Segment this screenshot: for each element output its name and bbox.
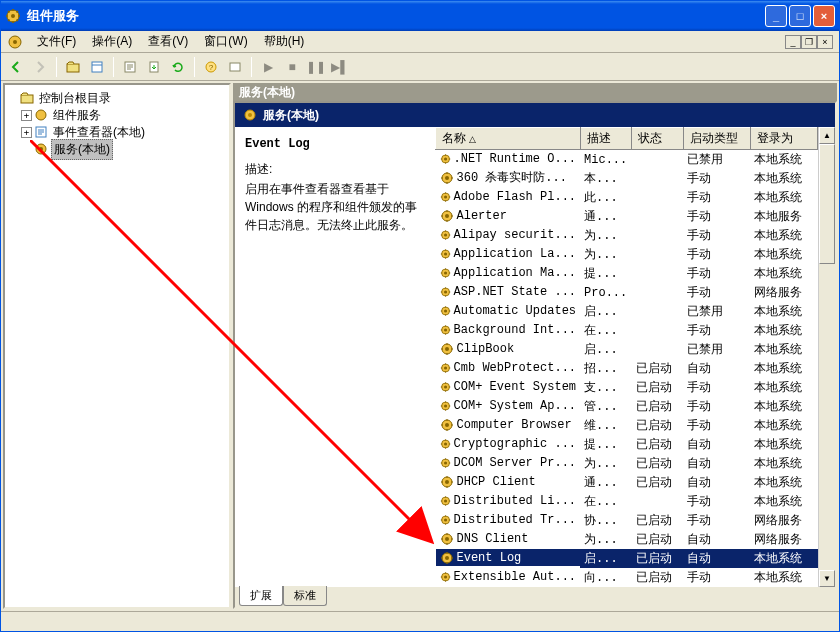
cell-desc: 在... — [580, 321, 632, 340]
table-row[interactable]: Distributed Li...在...手动本地系统 — [436, 492, 818, 511]
maximize-button[interactable]: □ — [789, 5, 811, 27]
back-button[interactable] — [5, 56, 27, 78]
table-row[interactable]: Alipay securit...为...手动本地系统 — [436, 226, 818, 245]
cell-logon: 本地系统 — [750, 378, 817, 397]
svg-rect-4 — [67, 64, 79, 72]
table-row[interactable]: Distributed Tr...协...已启动手动网络服务 — [436, 511, 818, 530]
table-row[interactable]: ASP.NET State ...Pro...手动网络服务 — [436, 283, 818, 302]
table-row[interactable]: Computer Browser维...已启动手动本地系统 — [436, 416, 818, 435]
cell-desc: Mic... — [580, 150, 632, 170]
table-row[interactable]: Adobe Flash Pl...此...手动本地系统 — [436, 188, 818, 207]
svg-point-44 — [443, 385, 446, 388]
cell-startup: 自动 — [683, 359, 750, 378]
cell-name: ClipBook — [436, 340, 581, 357]
properties-button[interactable] — [86, 56, 108, 78]
tab-extended[interactable]: 扩展 — [239, 586, 283, 606]
cell-name: ASP.NET State ... — [436, 283, 581, 300]
table-row[interactable]: Event Log启...已启动自动本地系统 — [436, 549, 818, 568]
cell-name: Distributed Tr... — [436, 511, 581, 528]
refresh-button[interactable] — [167, 56, 189, 78]
menu-help[interactable]: 帮助(H) — [256, 31, 313, 52]
cell-logon: 本地系统 — [750, 568, 817, 587]
mdi-restore[interactable]: ❐ — [801, 35, 817, 49]
mdi-close[interactable]: × — [817, 35, 833, 49]
col-logon[interactable]: 登录为 — [750, 128, 817, 150]
table-row[interactable]: COM+ Event System支...已启动手动本地系统 — [436, 378, 818, 397]
cell-name: Background Int... — [436, 321, 581, 338]
table-row[interactable]: Cryptographic ...提...已启动自动本地系统 — [436, 435, 818, 454]
tree-root[interactable]: 控制台根目录 — [7, 90, 227, 106]
console-icon — [7, 34, 23, 50]
cell-status: 已启动 — [632, 416, 684, 435]
tree-node-components[interactable]: + 组件服务 — [7, 107, 227, 123]
cell-name: COM+ Event System — [436, 378, 581, 395]
cell-status — [632, 492, 684, 511]
expander-icon[interactable]: + — [21, 127, 32, 138]
col-startup[interactable]: 启动类型 — [683, 128, 750, 150]
col-status[interactable]: 状态 — [632, 128, 684, 150]
minimize-button[interactable]: _ — [765, 5, 787, 27]
table-row[interactable]: DHCP Client通...已启动自动本地系统 — [436, 473, 818, 492]
cell-logon: 本地系统 — [750, 492, 817, 511]
tool-button-2[interactable] — [224, 56, 246, 78]
table-row[interactable]: DNS Client为...已启动自动网络服务 — [436, 530, 818, 549]
col-desc[interactable]: 描述 — [580, 128, 632, 150]
table-row[interactable]: Application La...为...手动本地系统 — [436, 245, 818, 264]
svg-point-52 — [443, 461, 446, 464]
table-row[interactable]: .NET Runtime O...Mic...已禁用本地系统 — [436, 150, 818, 170]
expander-icon[interactable]: + — [21, 110, 32, 121]
table-row[interactable]: Background Int...在...手动本地系统 — [436, 321, 818, 340]
mdi-minimize[interactable]: _ — [785, 35, 801, 49]
tree-node-services[interactable]: 服务(本地) — [7, 141, 227, 157]
cell-status: 已启动 — [632, 473, 684, 492]
menu-view[interactable]: 查看(V) — [140, 31, 196, 52]
menu-file[interactable]: 文件(F) — [29, 31, 84, 52]
cell-startup: 手动 — [683, 169, 750, 188]
tree-panel[interactable]: 控制台根目录 + 组件服务 + 事件查看器(本地) 服务(本地) — [3, 83, 231, 609]
help-button[interactable]: ? — [200, 56, 222, 78]
table-row[interactable]: COM+ System Ap...管...已启动手动本地系统 — [436, 397, 818, 416]
cell-name: Cryptographic ... — [436, 435, 581, 452]
col-name[interactable]: 名称 — [436, 128, 581, 150]
cell-desc: 通... — [580, 207, 632, 226]
service-description: 启用在事件查看器查看基于 Windows 的程序和组件颁发的事件日志消息。无法终… — [245, 180, 425, 234]
svg-point-28 — [443, 233, 446, 236]
cell-startup: 已禁用 — [683, 340, 750, 359]
cell-desc: 为... — [580, 530, 632, 549]
cell-status — [632, 188, 684, 207]
tree-node-eventviewer[interactable]: + 事件查看器(本地) — [7, 124, 227, 140]
scrollbar[interactable]: ▲ ▼ — [818, 127, 835, 587]
scroll-thumb[interactable] — [819, 144, 835, 264]
table-row[interactable]: DCOM Server Pr...为...已启动自动本地系统 — [436, 454, 818, 473]
cell-startup: 手动 — [683, 283, 750, 302]
scroll-down-button[interactable]: ▼ — [819, 570, 835, 587]
table-row[interactable]: ClipBook启...已禁用本地系统 — [436, 340, 818, 359]
forward-button — [29, 56, 51, 78]
cell-status — [632, 207, 684, 226]
export-button[interactable] — [143, 56, 165, 78]
cell-logon: 本地系统 — [750, 264, 817, 283]
titlebar[interactable]: 组件服务 _ □ × — [1, 1, 839, 31]
close-button[interactable]: × — [813, 5, 835, 27]
services-list[interactable]: 名称 描述 状态 启动类型 登录为 .NET Runtime O...Mic..… — [435, 127, 818, 587]
window-title: 组件服务 — [27, 7, 765, 25]
scroll-up-button[interactable]: ▲ — [819, 127, 835, 144]
svg-point-56 — [443, 499, 446, 502]
svg-point-64 — [443, 575, 446, 578]
svg-text:?: ? — [209, 63, 214, 72]
play-button: ▶ — [257, 56, 279, 78]
tab-standard[interactable]: 标准 — [283, 586, 327, 606]
table-row[interactable]: Automatic Updates启...已禁用本地系统 — [436, 302, 818, 321]
cell-logon: 本地系统 — [750, 549, 817, 568]
up-button[interactable] — [62, 56, 84, 78]
menu-action[interactable]: 操作(A) — [84, 31, 140, 52]
table-row[interactable]: 360 杀毒实时防...本...手动本地系统 — [436, 169, 818, 188]
table-row[interactable]: Application Ma...提...手动本地系统 — [436, 264, 818, 283]
table-row[interactable]: Cmb WebProtect...招...已启动自动本地系统 — [436, 359, 818, 378]
table-row[interactable]: Extensible Aut...向...已启动手动本地系统 — [436, 568, 818, 587]
menu-window[interactable]: 窗口(W) — [196, 31, 255, 52]
table-row[interactable]: Alerter通...手动本地服务 — [436, 207, 818, 226]
cell-desc: 此... — [580, 188, 632, 207]
tool-button-1[interactable] — [119, 56, 141, 78]
svg-point-3 — [13, 40, 17, 44]
